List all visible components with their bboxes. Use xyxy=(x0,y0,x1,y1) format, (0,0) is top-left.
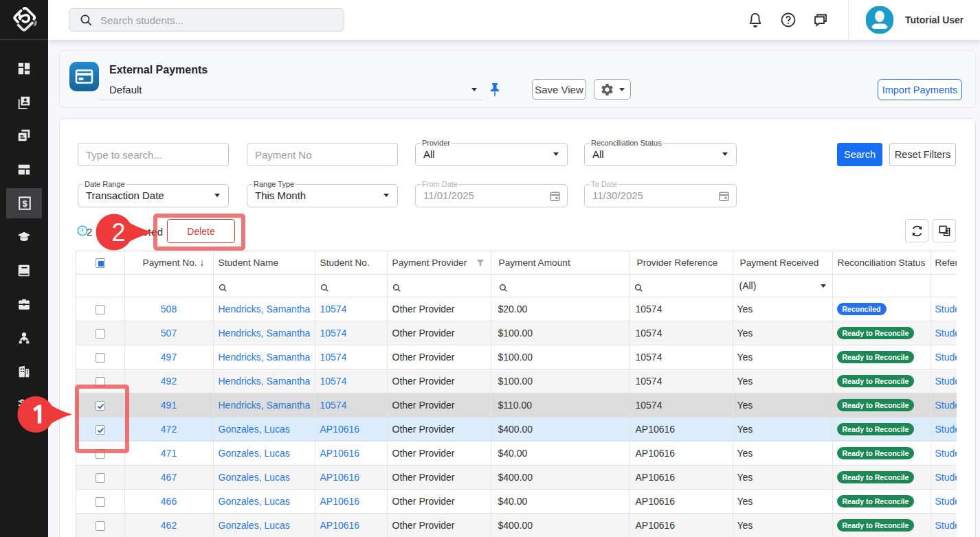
svg-text:$: $ xyxy=(22,198,27,209)
svg-text:2: 2 xyxy=(111,218,125,247)
